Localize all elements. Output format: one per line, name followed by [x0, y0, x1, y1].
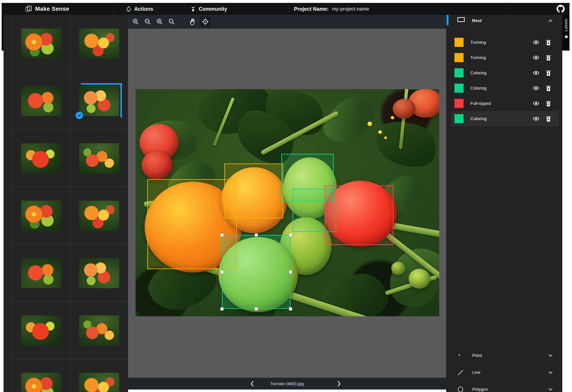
- image-thumbnail-cell[interactable]: [70, 72, 128, 130]
- eye-icon[interactable]: [533, 39, 540, 46]
- label-color-swatch[interactable]: [454, 84, 463, 93]
- eye-icon[interactable]: [533, 85, 540, 91]
- resize-handle[interactable]: [255, 307, 258, 310]
- zoom-actual-button[interactable]: 1:1: [166, 16, 177, 27]
- trash-icon[interactable]: [545, 54, 552, 61]
- label-color-swatch[interactable]: [454, 68, 463, 77]
- tool-section-line[interactable]: Line: [446, 365, 562, 380]
- label-color-swatch[interactable]: [454, 38, 463, 47]
- eye-icon[interactable]: [533, 54, 540, 61]
- tool-section-polygon[interactable]: Polygon: [446, 382, 562, 392]
- tool-section-point[interactable]: Point: [446, 348, 562, 363]
- crosshair-button[interactable]: [200, 16, 210, 27]
- image-thumbnail-cell[interactable]: [70, 15, 128, 72]
- label-row-full-ripped[interactable]: Full-ripped: [446, 96, 562, 111]
- image-thumbnail[interactable]: [21, 29, 61, 59]
- nav-item-community[interactable]: Community: [190, 3, 227, 15]
- resize-handle[interactable]: [221, 307, 223, 310]
- resize-handle[interactable]: [221, 271, 223, 273]
- chevron-left-icon[interactable]: [248, 380, 256, 388]
- image-thumbnail-cell[interactable]: [12, 302, 70, 359]
- image-thumbnail[interactable]: [79, 29, 119, 59]
- label-row-coloring-selected[interactable]: Coloring: [451, 111, 559, 126]
- label-color-swatch[interactable]: [454, 114, 463, 123]
- image-thumbnail-cell[interactable]: [12, 187, 70, 244]
- nav-item-actions[interactable]: Actions: [126, 3, 153, 15]
- zoom-out-icon: [144, 18, 151, 25]
- current-image-filename: Tomato (660).jpg: [128, 378, 446, 390]
- image-thumbnail-cell[interactable]: [70, 187, 128, 244]
- github-icon[interactable]: [556, 4, 566, 14]
- chevron-down-icon[interactable]: [547, 369, 554, 376]
- rect-section-header[interactable]: Rect: [446, 15, 562, 26]
- image-thumbnail[interactable]: [79, 258, 119, 288]
- sidebar-tab-labels[interactable]: Labels: [562, 15, 570, 51]
- overlap-squares-icon: [25, 5, 32, 13]
- image-thumbnail[interactable]: [21, 86, 61, 116]
- trash-icon[interactable]: [545, 100, 552, 107]
- pan-button[interactable]: [187, 16, 198, 27]
- label-name: Turining: [470, 35, 486, 50]
- image-thumbnail[interactable]: [21, 201, 61, 231]
- pan-icon: [189, 18, 196, 25]
- resize-handle[interactable]: [289, 233, 292, 237]
- resize-handle[interactable]: [289, 271, 292, 273]
- annotation-box-full-ripped[interactable]: [325, 185, 394, 245]
- zoom-out-button[interactable]: [143, 16, 153, 27]
- resize-handle[interactable]: [289, 307, 292, 310]
- label-row-coloring[interactable]: Coloring: [446, 65, 562, 80]
- image-thumbnail[interactable]: [21, 316, 61, 346]
- label-row-coloring[interactable]: Coloring: [446, 80, 562, 96]
- label-name: Coloring: [470, 80, 487, 96]
- annotated-image[interactable]: [136, 89, 439, 316]
- image-thumbnail-cell[interactable]: [70, 130, 128, 187]
- annotation-box-coloring-selected[interactable]: [222, 235, 290, 309]
- navbar-separator: [113, 5, 113, 13]
- label-row-turining[interactable]: Turining: [446, 35, 562, 50]
- image-thumbnail-selected[interactable]: [79, 86, 119, 116]
- trash-icon[interactable]: [545, 85, 552, 92]
- image-thumbnail[interactable]: [21, 373, 61, 392]
- image-thumbnail[interactable]: [79, 143, 119, 173]
- image-thumbnail-cell[interactable]: [12, 244, 70, 302]
- image-thumbnail[interactable]: [21, 143, 61, 173]
- zoom-in-button[interactable]: [130, 16, 141, 27]
- annotation-box-turining[interactable]: [224, 164, 283, 218]
- image-thumbnail-cell[interactable]: [12, 359, 70, 392]
- editor-bottombar: Tomato (660).jpg: [128, 378, 446, 390]
- image-thumbnail[interactable]: [79, 201, 119, 231]
- trash-icon[interactable]: [545, 115, 552, 122]
- editor-canvas[interactable]: [128, 29, 446, 378]
- labels-panel: Rect TuriningTuriningColoringColoringFul…: [446, 15, 562, 392]
- chevron-right-icon[interactable]: [335, 380, 343, 388]
- image-thumbnail[interactable]: [79, 316, 119, 346]
- image-thumbnail-cell[interactable]: [12, 72, 70, 130]
- zoom-fit-button[interactable]: [155, 16, 165, 27]
- brand[interactable]: Make Sense: [25, 3, 69, 15]
- resize-handle[interactable]: [255, 233, 258, 237]
- nav-item-label: Actions: [134, 6, 153, 12]
- image-thumbnail-cell[interactable]: [12, 130, 70, 187]
- project-name-value[interactable]: my-project-name: [332, 6, 369, 12]
- chevron-down-icon[interactable]: [547, 352, 554, 359]
- eye-icon[interactable]: [533, 115, 540, 122]
- trash-icon[interactable]: [545, 69, 552, 76]
- eye-icon[interactable]: [533, 100, 540, 107]
- label-row-turining[interactable]: Turining: [446, 50, 562, 65]
- tool-section-label: Point: [472, 348, 482, 363]
- image-thumbnail-cell[interactable]: [12, 15, 70, 72]
- image-thumbnail[interactable]: [21, 258, 61, 288]
- resize-handle[interactable]: [221, 233, 223, 237]
- trash-icon[interactable]: [545, 39, 552, 46]
- image-thumbnail-cell[interactable]: [70, 302, 128, 359]
- label-color-swatch[interactable]: [454, 53, 463, 62]
- chevron-down-icon[interactable]: [547, 386, 554, 392]
- label-color-swatch[interactable]: [454, 99, 463, 108]
- chevron-up-icon[interactable]: [547, 18, 554, 24]
- label-name: Turining: [470, 50, 486, 65]
- eye-icon[interactable]: [533, 70, 540, 76]
- image-thumbnail-cell[interactable]: [70, 359, 128, 392]
- image-thumbnail-cell[interactable]: [70, 244, 128, 302]
- tag-icon: [564, 35, 568, 39]
- image-thumbnail[interactable]: [79, 373, 119, 392]
